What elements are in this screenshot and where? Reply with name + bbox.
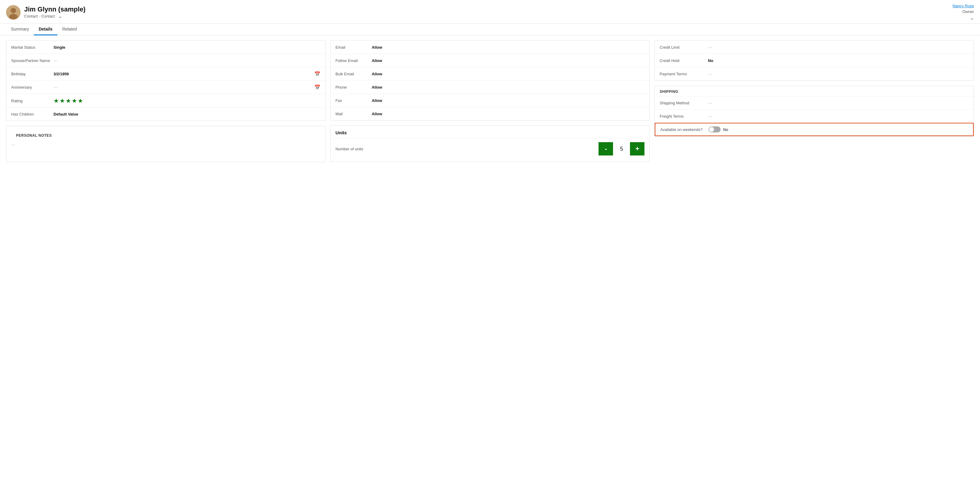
contact-type: Contact · Contact ⌄ — [24, 13, 86, 19]
personal-notes-card: PERSONAL NOTES --- — [6, 126, 326, 162]
birthday-label: Birthday — [11, 72, 54, 76]
phone-pref-label: Phone — [336, 85, 372, 89]
units-value: 5 — [613, 146, 630, 152]
payment-terms-row: Payment Terms --- — [655, 67, 974, 80]
shipping-title: SHIPPING — [655, 86, 974, 96]
decrement-button[interactable]: - — [598, 142, 613, 155]
shipping-method-row: Shipping Method --- — [655, 96, 974, 110]
header-chevron-icon[interactable]: ⌄ — [970, 15, 974, 21]
personal-notes-value: --- — [11, 140, 320, 150]
birthday-row: Birthday 3/2/1959 📅 — [6, 67, 325, 80]
bulk-email-label: Bulk Email — [336, 72, 372, 76]
credit-hold-value: No — [708, 58, 969, 63]
units-title: Units — [331, 126, 650, 138]
follow-email-value: Allow — [372, 58, 645, 63]
units-row: Number of units - 5 + — [331, 138, 650, 161]
toggle-container: No — [708, 126, 728, 132]
type1: Contact — [24, 14, 38, 18]
payment-terms-value: --- — [708, 72, 969, 76]
email-pref-label: Email — [336, 45, 372, 49]
shipping-method-label: Shipping Method — [660, 101, 708, 105]
has-children-label: Has Children — [11, 112, 54, 116]
header-info: Jim Glynn (sample) Contact · Contact ⌄ — [24, 5, 86, 19]
bulk-email-value: Allow — [372, 72, 645, 76]
available-on-weekends-label: Available on weekends? — [660, 128, 708, 132]
anniversary-value: --- — [54, 85, 312, 89]
rating-label: Rating — [11, 99, 54, 103]
fax-pref-value: Allow — [372, 98, 645, 103]
fax-pref-row: Fax Allow — [331, 94, 650, 107]
star-5: ★ — [78, 97, 83, 104]
credit-limit-value: --- — [708, 45, 969, 49]
freight-terms-label: Freight Terms — [660, 114, 708, 118]
star-4: ★ — [72, 97, 77, 104]
tab-summary[interactable]: Summary — [6, 24, 34, 35]
mail-pref-row: Mail Allow — [331, 107, 650, 120]
phone-pref-row: Phone Allow — [331, 80, 650, 94]
units-stepper: - 5 + — [598, 142, 644, 155]
type-chevron-icon[interactable]: ⌄ — [58, 13, 62, 19]
has-children-value: Default Value — [54, 112, 320, 116]
svg-point-2 — [9, 14, 18, 19]
increment-button[interactable]: + — [630, 142, 644, 155]
has-children-row: Has Children Default Value — [6, 107, 325, 121]
spouse-name-label: Spouse/Partner Name — [11, 58, 54, 63]
follow-email-label: Follow Email — [336, 58, 372, 63]
tabs: Summary Details Related — [0, 24, 980, 35]
follow-email-row: Follow Email Allow — [331, 54, 650, 67]
tab-related[interactable]: Related — [57, 24, 82, 35]
units-card: Units Number of units - 5 + — [330, 126, 650, 162]
fax-pref-label: Fax — [336, 98, 372, 103]
mail-pref-value: Allow — [372, 112, 645, 116]
rating-stars: ★ ★ ★ ★ ★ — [54, 97, 83, 104]
header-left: Jim Glynn (sample) Contact · Contact ⌄ — [6, 5, 86, 20]
available-on-weekends-row: Available on weekends? No — [655, 123, 974, 136]
bulk-email-row: Bulk Email Allow — [331, 67, 650, 80]
anniversary-row: Anniversary --- 📅 — [6, 80, 325, 94]
header: Jim Glynn (sample) Contact · Contact ⌄ N… — [0, 0, 980, 24]
marital-status-label: Marital Status — [11, 45, 54, 49]
anniversary-label: Anniversary — [11, 85, 54, 89]
marital-status-row: Marital Status Single — [6, 40, 325, 54]
rating-row: Rating ★ ★ ★ ★ ★ — [6, 94, 325, 107]
billing-card: Credit Limit --- Credit Hold No Payment … — [654, 40, 974, 81]
star-1: ★ — [54, 97, 59, 104]
marital-status-value: Single — [54, 45, 320, 49]
spouse-name-value: --- — [54, 58, 320, 63]
header-right: Nancy Rose Owner ⌄ — [953, 4, 974, 21]
left-column: Marital Status Single Spouse/Partner Nam… — [6, 40, 326, 162]
personal-info-card: Marital Status Single Spouse/Partner Nam… — [6, 40, 326, 121]
shipping-method-value: --- — [708, 101, 969, 105]
anniversary-calendar-icon[interactable]: 📅 — [314, 85, 320, 90]
owner-label: Owner — [963, 10, 974, 14]
freight-terms-row: Freight Terms --- — [655, 110, 974, 123]
spouse-name-row: Spouse/Partner Name --- — [6, 54, 325, 67]
email-pref-row: Email Allow — [331, 40, 650, 54]
available-weekends-value: No — [723, 128, 728, 132]
main-content: Marital Status Single Spouse/Partner Nam… — [0, 35, 980, 167]
star-2: ★ — [60, 97, 65, 104]
credit-hold-row: Credit Hold No — [655, 54, 974, 67]
right-column: Credit Limit --- Credit Hold No Payment … — [654, 40, 974, 136]
personal-notes-title: PERSONAL NOTES — [11, 130, 320, 140]
credit-limit-row: Credit Limit --- — [655, 40, 974, 54]
credit-limit-label: Credit Limit — [660, 45, 708, 49]
birthday-value: 3/2/1959 — [54, 72, 312, 76]
credit-hold-label: Credit Hold — [660, 58, 708, 63]
phone-pref-value: Allow — [372, 85, 645, 89]
avatar — [6, 5, 21, 20]
freight-terms-value: --- — [708, 114, 969, 118]
tab-details[interactable]: Details — [34, 24, 57, 35]
middle-column: Email Allow Follow Email Allow Bulk Emai… — [330, 40, 650, 162]
mail-pref-label: Mail — [336, 112, 372, 116]
number-of-units-label: Number of units — [336, 147, 595, 151]
contact-preferences-card: Email Allow Follow Email Allow Bulk Emai… — [330, 40, 650, 121]
available-weekends-toggle[interactable] — [708, 126, 721, 132]
shipping-card: SHIPPING Shipping Method --- Freight Ter… — [654, 86, 974, 136]
type2: Contact — [41, 14, 55, 18]
contact-name: Jim Glynn (sample) — [24, 5, 86, 13]
owner-name[interactable]: Nancy Rose — [953, 4, 974, 8]
separator: · — [39, 14, 40, 18]
email-pref-value: Allow — [372, 45, 645, 49]
birthday-calendar-icon[interactable]: 📅 — [314, 71, 320, 77]
